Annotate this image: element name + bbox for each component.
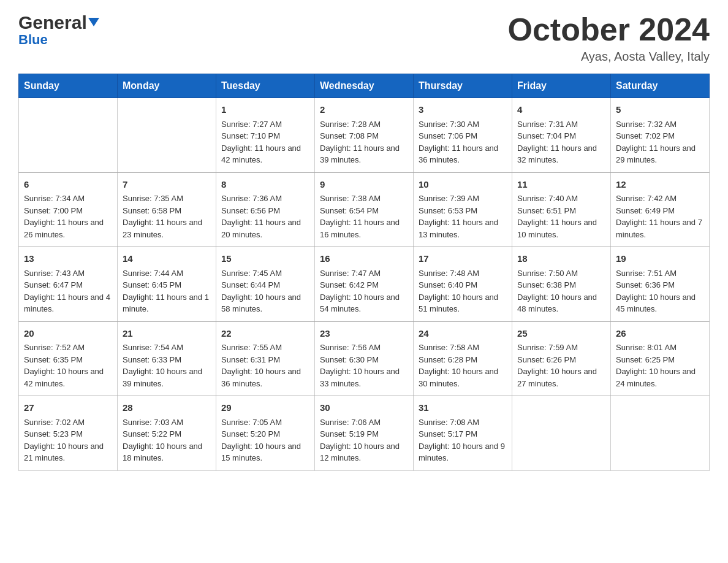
day-number: 13 (24, 252, 112, 266)
day-number: 15 (221, 252, 309, 266)
calendar-cell (19, 98, 118, 173)
day-number: 11 (517, 178, 605, 192)
day-info: Sunrise: 7:28 AMSunset: 7:08 PMDaylight:… (320, 118, 408, 166)
day-info: Sunrise: 7:36 AMSunset: 6:56 PMDaylight:… (221, 193, 309, 240)
calendar-header-friday: Friday (512, 74, 611, 98)
day-number: 19 (616, 252, 704, 266)
day-number: 18 (517, 252, 605, 266)
day-number: 16 (320, 252, 408, 266)
calendar-cell: 14Sunrise: 7:44 AMSunset: 6:45 PMDayligh… (118, 247, 216, 322)
day-info: Sunrise: 7:47 AMSunset: 6:42 PMDaylight:… (320, 267, 408, 315)
calendar-week-3: 13Sunrise: 7:43 AMSunset: 6:47 PMDayligh… (19, 247, 710, 322)
calendar-cell: 24Sunrise: 7:58 AMSunset: 6:28 PMDayligh… (414, 321, 512, 396)
calendar-week-4: 20Sunrise: 7:52 AMSunset: 6:35 PMDayligh… (19, 321, 710, 396)
calendar-header-saturday: Saturday (611, 74, 710, 98)
day-info: Sunrise: 7:51 AMSunset: 6:36 PMDaylight:… (616, 267, 704, 315)
page-header: General Blue October 2024 Ayas, Aosta Va… (18, 12, 710, 64)
day-info: Sunrise: 7:45 AMSunset: 6:44 PMDaylight:… (221, 267, 309, 315)
day-number: 22 (221, 327, 309, 341)
calendar-cell: 5Sunrise: 7:32 AMSunset: 7:02 PMDaylight… (611, 98, 710, 173)
day-info: Sunrise: 7:40 AMSunset: 6:51 PMDaylight:… (517, 193, 605, 240)
calendar-cell: 7Sunrise: 7:35 AMSunset: 6:58 PMDaylight… (118, 172, 216, 247)
day-number: 24 (419, 327, 507, 341)
calendar-cell: 22Sunrise: 7:55 AMSunset: 6:31 PMDayligh… (216, 321, 315, 396)
calendar-cell: 4Sunrise: 7:31 AMSunset: 7:04 PMDaylight… (512, 98, 611, 173)
day-info: Sunrise: 7:34 AMSunset: 7:00 PMDaylight:… (24, 193, 112, 240)
day-info: Sunrise: 7:42 AMSunset: 6:49 PMDaylight:… (616, 193, 704, 240)
calendar-cell: 30Sunrise: 7:06 AMSunset: 5:19 PMDayligh… (315, 396, 414, 471)
calendar-cell: 8Sunrise: 7:36 AMSunset: 6:56 PMDaylight… (216, 172, 315, 247)
day-number: 6 (24, 178, 112, 192)
calendar-cell: 12Sunrise: 7:42 AMSunset: 6:49 PMDayligh… (611, 172, 710, 247)
day-info: Sunrise: 7:31 AMSunset: 7:04 PMDaylight:… (517, 118, 605, 166)
location-subtitle: Ayas, Aosta Valley, Italy (508, 50, 710, 64)
logo-triangle-icon (88, 18, 99, 26)
day-number: 25 (517, 327, 605, 341)
calendar-cell: 23Sunrise: 7:56 AMSunset: 6:30 PMDayligh… (315, 321, 414, 396)
day-number: 27 (24, 401, 112, 415)
day-info: Sunrise: 7:03 AMSunset: 5:22 PMDaylight:… (123, 416, 211, 464)
day-number: 8 (221, 178, 309, 192)
calendar-cell: 20Sunrise: 7:52 AMSunset: 6:35 PMDayligh… (19, 321, 118, 396)
day-number: 14 (123, 252, 211, 266)
day-info: Sunrise: 7:55 AMSunset: 6:31 PMDaylight:… (221, 342, 309, 389)
day-info: Sunrise: 7:08 AMSunset: 5:17 PMDaylight:… (419, 416, 507, 464)
day-info: Sunrise: 7:44 AMSunset: 6:45 PMDaylight:… (123, 267, 211, 315)
calendar-cell: 15Sunrise: 7:45 AMSunset: 6:44 PMDayligh… (216, 247, 315, 322)
calendar-cell: 17Sunrise: 7:48 AMSunset: 6:40 PMDayligh… (414, 247, 512, 322)
calendar-cell: 25Sunrise: 7:59 AMSunset: 6:26 PMDayligh… (512, 321, 611, 396)
day-info: Sunrise: 7:30 AMSunset: 7:06 PMDaylight:… (419, 118, 507, 166)
day-info: Sunrise: 7:27 AMSunset: 7:10 PMDaylight:… (221, 118, 309, 166)
calendar-header-row: SundayMondayTuesdayWednesdayThursdayFrid… (19, 74, 710, 98)
day-number: 31 (419, 401, 507, 415)
logo-general-text: General (18, 12, 87, 33)
calendar-cell: 2Sunrise: 7:28 AMSunset: 7:08 PMDaylight… (315, 98, 414, 173)
day-info: Sunrise: 7:05 AMSunset: 5:20 PMDaylight:… (221, 416, 309, 464)
calendar-cell: 31Sunrise: 7:08 AMSunset: 5:17 PMDayligh… (414, 396, 512, 471)
day-number: 10 (419, 178, 507, 192)
day-number: 23 (320, 327, 408, 341)
calendar-cell: 6Sunrise: 7:34 AMSunset: 7:00 PMDaylight… (19, 172, 118, 247)
calendar-header-thursday: Thursday (414, 74, 512, 98)
calendar-cell (611, 396, 710, 471)
calendar-cell: 28Sunrise: 7:03 AMSunset: 5:22 PMDayligh… (118, 396, 216, 471)
calendar-cell: 26Sunrise: 8:01 AMSunset: 6:25 PMDayligh… (611, 321, 710, 396)
day-number: 21 (123, 327, 211, 341)
day-info: Sunrise: 7:52 AMSunset: 6:35 PMDaylight:… (24, 342, 112, 389)
day-info: Sunrise: 7:43 AMSunset: 6:47 PMDaylight:… (24, 267, 112, 315)
day-info: Sunrise: 7:59 AMSunset: 6:26 PMDaylight:… (517, 342, 605, 389)
day-number: 2 (320, 103, 408, 117)
calendar-week-2: 6Sunrise: 7:34 AMSunset: 7:00 PMDaylight… (19, 172, 710, 247)
day-number: 9 (320, 178, 408, 192)
calendar-header-monday: Monday (118, 74, 216, 98)
day-number: 1 (221, 103, 309, 117)
day-number: 30 (320, 401, 408, 415)
calendar-cell: 21Sunrise: 7:54 AMSunset: 6:33 PMDayligh… (118, 321, 216, 396)
calendar-header-tuesday: Tuesday (216, 74, 315, 98)
day-number: 12 (616, 178, 704, 192)
calendar-week-5: 27Sunrise: 7:02 AMSunset: 5:23 PMDayligh… (19, 396, 710, 471)
logo-blue-text: Blue (18, 32, 48, 48)
calendar-table: SundayMondayTuesdayWednesdayThursdayFrid… (18, 74, 710, 471)
day-info: Sunrise: 7:35 AMSunset: 6:58 PMDaylight:… (123, 193, 211, 240)
calendar-header-sunday: Sunday (19, 74, 118, 98)
day-number: 4 (517, 103, 605, 117)
day-info: Sunrise: 7:56 AMSunset: 6:30 PMDaylight:… (320, 342, 408, 389)
calendar-cell: 27Sunrise: 7:02 AMSunset: 5:23 PMDayligh… (19, 396, 118, 471)
calendar-cell: 13Sunrise: 7:43 AMSunset: 6:47 PMDayligh… (19, 247, 118, 322)
calendar-cell (512, 396, 611, 471)
day-number: 5 (616, 103, 704, 117)
day-number: 7 (123, 178, 211, 192)
calendar-cell: 16Sunrise: 7:47 AMSunset: 6:42 PMDayligh… (315, 247, 414, 322)
calendar-cell: 18Sunrise: 7:50 AMSunset: 6:38 PMDayligh… (512, 247, 611, 322)
calendar-cell: 10Sunrise: 7:39 AMSunset: 6:53 PMDayligh… (414, 172, 512, 247)
day-info: Sunrise: 7:02 AMSunset: 5:23 PMDaylight:… (24, 416, 112, 464)
month-year-title: October 2024 (508, 12, 710, 47)
day-info: Sunrise: 8:01 AMSunset: 6:25 PMDaylight:… (616, 342, 704, 389)
calendar-cell: 11Sunrise: 7:40 AMSunset: 6:51 PMDayligh… (512, 172, 611, 247)
calendar-cell: 1Sunrise: 7:27 AMSunset: 7:10 PMDaylight… (216, 98, 315, 173)
day-info: Sunrise: 7:50 AMSunset: 6:38 PMDaylight:… (517, 267, 605, 315)
calendar-cell: 29Sunrise: 7:05 AMSunset: 5:20 PMDayligh… (216, 396, 315, 471)
day-info: Sunrise: 7:32 AMSunset: 7:02 PMDaylight:… (616, 118, 704, 166)
day-number: 26 (616, 327, 704, 341)
